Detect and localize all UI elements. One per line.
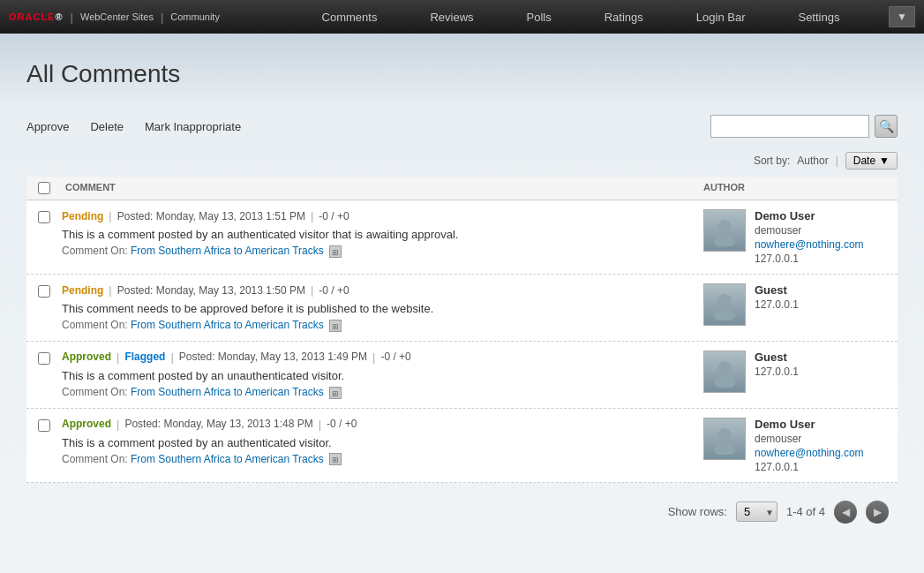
content-area: All Comments Approve Delete Mark Inappro… (0, 34, 924, 573)
prev-page-button[interactable]: ◀ (834, 501, 857, 524)
author-name: Guest (755, 283, 799, 297)
author-info-cell: Guest 127.0.0.1 (703, 351, 898, 393)
svg-point-4 (718, 361, 732, 374)
oracle-logo: ORACLE® (9, 11, 64, 22)
comment-status: Pending (62, 210, 103, 222)
prev-icon: ◀ (842, 506, 850, 518)
author-info: Guest 127.0.0.1 (755, 283, 799, 311)
table-row: Pending | Posted: Monday, May 13, 2013 1… (26, 200, 898, 275)
author-info: Demo User demousernowhere@nothing.com 12… (755, 418, 864, 473)
comment-votes: -0 / +0 (319, 284, 349, 297)
svg-point-6 (718, 428, 732, 441)
comment-on: Comment On: From Southern Africa to Amer… (62, 319, 695, 332)
author-ip: 127.0.0.1 (755, 461, 864, 473)
approve-button[interactable]: Approve (26, 120, 69, 133)
svg-point-1 (714, 235, 735, 247)
row-checkbox[interactable] (38, 352, 50, 365)
row-checkbox[interactable] (38, 211, 50, 223)
comment-content: Approved | Flagged | Posted: Monday, May… (62, 351, 703, 399)
comment-votes: -0 / +0 (327, 418, 357, 430)
pagination: Show rows: 5102550 ▼ 1-4 of 4 ◀ ▶ (26, 501, 898, 524)
rows-select-wrap: 5102550 ▼ (736, 501, 778, 522)
nav-item-polls[interactable]: Polls (527, 11, 552, 24)
brand-community: Community (170, 11, 220, 22)
author-ip: 127.0.0.1 (755, 298, 799, 311)
sort-author[interactable]: Author (797, 155, 828, 167)
nav-items: CommentsReviewsPollsRatingsLogin BarSett… (273, 11, 889, 24)
table-row: Pending | Posted: Monday, May 13, 2013 1… (26, 275, 898, 342)
nav-item-comments[interactable]: Comments (322, 11, 378, 24)
comment-text: This is a comment posted by an authentic… (62, 436, 695, 449)
comment-link[interactable]: From Southern Africa to American Tracks (131, 245, 324, 257)
avatar (703, 351, 746, 393)
delete-button[interactable]: Delete (90, 120, 124, 133)
brand: ORACLE® | WebCenter Sites | Community (9, 11, 220, 24)
external-link-icon[interactable]: ⊞ (329, 387, 342, 399)
comment-link[interactable]: From Southern Africa to American Tracks (131, 319, 324, 331)
author-ip: 127.0.0.1 (755, 366, 799, 378)
toolbar: Approve Delete Mark Inappropriate 🔍 (26, 115, 898, 138)
row-check (26, 283, 62, 298)
comment-date: Posted: Monday, May 13, 2013 1:49 PM (179, 351, 367, 363)
select-all-checkbox[interactable] (38, 182, 50, 194)
nav-dropdown-button[interactable]: ▼ (889, 6, 915, 27)
comment-meta: Approved | Flagged | Posted: Monday, May… (62, 351, 695, 364)
comment-date: Posted: Monday, May 13, 2013 1:51 PM (117, 210, 305, 222)
external-link-icon[interactable]: ⊞ (329, 453, 342, 465)
sort-separator: | (836, 155, 838, 167)
status-flagged: Flagged (124, 351, 165, 363)
svg-point-0 (718, 220, 732, 233)
author-email[interactable]: nowhere@nothing.com (755, 447, 864, 459)
comment-link[interactable]: From Southern Africa to American Tracks (131, 453, 324, 465)
th-author: AUTHOR (703, 182, 898, 194)
show-rows-label: Show rows: (668, 505, 727, 518)
sort-label: Sort by: (754, 155, 790, 167)
comment-content: Pending | Posted: Monday, May 13, 2013 1… (62, 209, 703, 258)
search-button[interactable]: 🔍 (875, 115, 898, 138)
comment-text: This comment needs to be approved before… (62, 302, 695, 315)
author-info-cell: Demo User demousernowhere@nothing.com 12… (703, 418, 898, 473)
comment-text: This is a comment posted by an unauthent… (62, 369, 695, 382)
table-header: COMMENT AUTHOR (26, 177, 898, 200)
brand-separator: | (71, 11, 73, 24)
avatar (703, 209, 746, 252)
comments-container: Pending | Posted: Monday, May 13, 2013 1… (26, 200, 898, 483)
external-link-icon[interactable]: ⊞ (329, 320, 342, 332)
nav-item-login-bar[interactable]: Login Bar (696, 11, 746, 24)
comment-content: Pending | Posted: Monday, May 13, 2013 1… (62, 283, 703, 332)
row-checkbox[interactable] (38, 419, 50, 432)
comment-status: Approved (62, 418, 111, 430)
comment-link[interactable]: From Southern Africa to American Tracks (131, 386, 324, 398)
mark-inappropriate-button[interactable]: Mark Inappropriate (145, 120, 241, 133)
next-page-button[interactable]: ▶ (866, 501, 889, 524)
comment-status: Approved (62, 351, 111, 363)
comment-status: Pending (62, 284, 103, 297)
page-info: 1-4 of 4 (786, 505, 825, 518)
sort-date-button[interactable]: Date ▼ (845, 152, 898, 170)
nav-right: ▼ (889, 6, 915, 27)
comment-meta: Pending | Posted: Monday, May 13, 2013 1… (62, 283, 695, 297)
comment-content: Approved | Posted: Monday, May 13, 2013 … (62, 418, 703, 466)
comment-meta: Approved | Posted: Monday, May 13, 2013 … (62, 418, 695, 431)
comment-votes: -0 / +0 (380, 351, 410, 363)
search-area: 🔍 (710, 115, 898, 138)
external-link-icon[interactable]: ⊞ (329, 245, 342, 258)
nav-item-ratings[interactable]: Ratings (605, 11, 643, 24)
th-comment: COMMENT (62, 182, 703, 194)
rows-select[interactable]: 5102550 (736, 501, 778, 522)
svg-point-2 (718, 294, 732, 307)
table-row: Approved | Flagged | Posted: Monday, May… (26, 342, 898, 409)
author-email[interactable]: nowhere@nothing.com (755, 238, 864, 251)
author-name: Demo User (755, 209, 864, 222)
row-checkbox[interactable] (38, 285, 50, 298)
search-input[interactable] (710, 115, 869, 138)
svg-point-7 (714, 442, 735, 455)
author-ip: 127.0.0.1 (755, 253, 864, 265)
row-check (26, 351, 62, 365)
author-info-cell: Guest 127.0.0.1 (703, 283, 898, 326)
toolbar-actions: Approve Delete Mark Inappropriate (26, 120, 241, 133)
author-name: Guest (755, 351, 799, 364)
nav-item-settings[interactable]: Settings (798, 11, 839, 24)
comment-on: Comment On: From Southern Africa to Amer… (62, 245, 695, 258)
nav-item-reviews[interactable]: Reviews (430, 11, 473, 24)
